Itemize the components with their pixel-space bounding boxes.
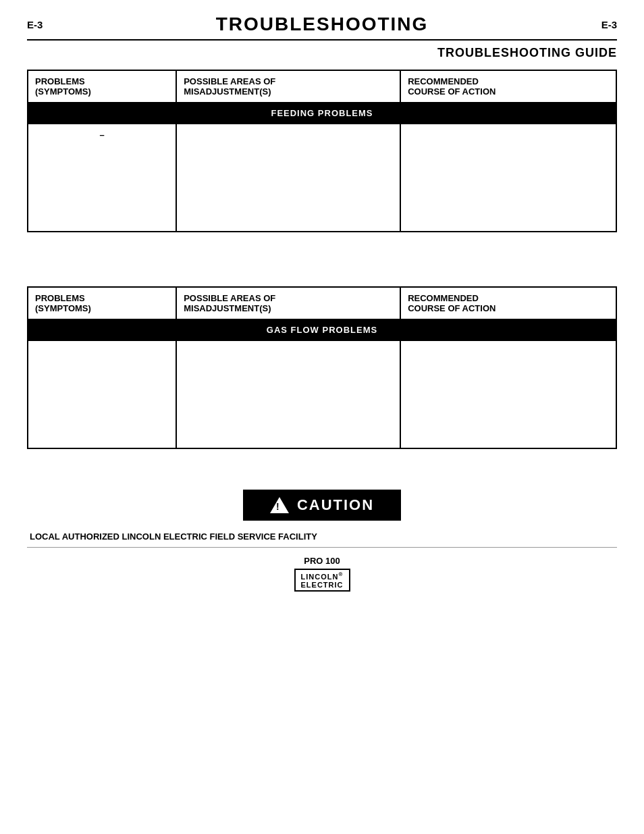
footer-bottom: PRO 100 LINCOLN® ELECTRIC	[27, 556, 617, 592]
spacer1	[27, 253, 617, 286]
gas-flow-problems-banner: GAS FLOW PROBLEMS	[28, 319, 616, 340]
page-code-left: E-3	[27, 19, 43, 30]
caution-label: CAUTION	[297, 496, 374, 514]
table2-col2-header: POSSIBLE AREAS OFMISADJUSTMENT(S)	[176, 287, 400, 319]
page-code-right: E-3	[601, 19, 617, 30]
feeding-problems-banner: FEEDING PROBLEMS	[28, 103, 616, 124]
table1-row1-col3	[400, 124, 616, 232]
caution-section: CAUTION	[27, 490, 617, 521]
footer-subbrand: ELECTRIC	[301, 581, 344, 589]
footer-brand: LINCOLN	[301, 573, 339, 581]
table2-col1-header: PROBLEMS(SYMPTOMS)	[28, 287, 176, 319]
caution-text: LOCAL AUTHORIZED LINCOLN ELECTRIC FIELD …	[27, 531, 617, 542]
feeding-problems-table: PROBLEMS(SYMPTOMS) POSSIBLE AREAS OFMISA…	[27, 70, 617, 232]
caution-triangle-icon	[270, 497, 289, 513]
table1-row1-col2	[176, 124, 400, 232]
page-title: TROUBLESHOOTING	[43, 14, 601, 35]
table2-row1-col1	[28, 340, 176, 448]
registered-icon: ®	[338, 571, 343, 577]
table1-row1-col1: –	[28, 124, 176, 232]
table-row	[28, 340, 616, 448]
footer-divider	[27, 547, 617, 548]
footer-model: PRO 100	[27, 556, 617, 566]
page-header: E-3 TROUBLESHOOTING E-3	[27, 14, 617, 41]
table1-col2-header: POSSIBLE AREAS OFMISADJUSTMENT(S)	[176, 70, 400, 103]
caution-banner: CAUTION	[243, 490, 401, 521]
table1-col1-header: PROBLEMS(SYMPTOMS)	[28, 70, 176, 103]
table2-col3-header: RECOMMENDEDCOURSE OF ACTION	[400, 287, 616, 319]
table2-row1-col2	[176, 340, 400, 448]
table1-col3-header: RECOMMENDEDCOURSE OF ACTION	[400, 70, 616, 103]
table-row: –	[28, 124, 616, 232]
section-subtitle: TROUBLESHOOTING GUIDE	[27, 46, 617, 60]
gas-flow-problems-table: PROBLEMS(SYMPTOMS) POSSIBLE AREAS OFMISA…	[27, 286, 617, 449]
lincoln-logo: LINCOLN® ELECTRIC	[294, 569, 350, 592]
table2-row1-col3	[400, 340, 616, 448]
